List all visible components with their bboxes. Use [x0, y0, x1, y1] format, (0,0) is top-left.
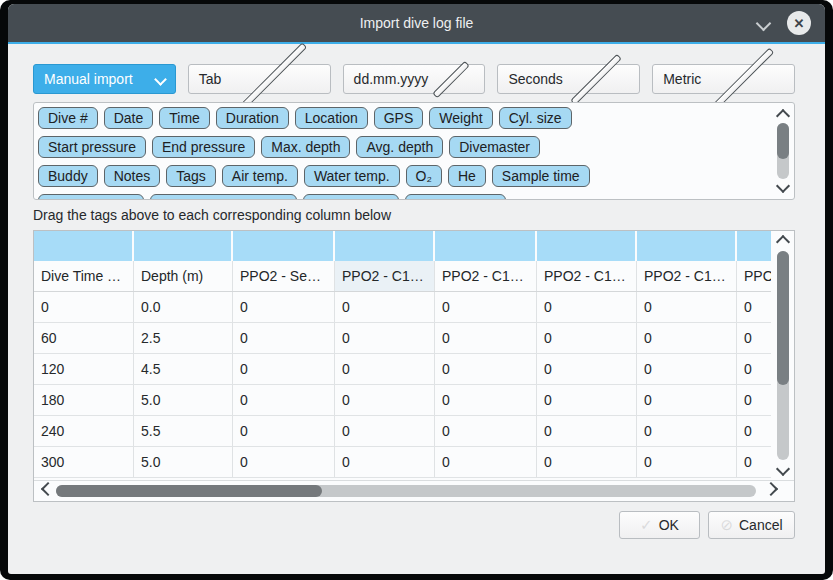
tag[interactable]: He — [448, 165, 486, 187]
column-header-row: Dive Time …Depth (m)PPO2 - Se…PPO2 - C1…… — [34, 261, 771, 292]
scrollbar-thumb[interactable] — [777, 123, 789, 159]
table-cell: 0 — [335, 354, 435, 384]
column-header[interactable]: PPO2 — [737, 261, 771, 291]
tag[interactable]: Dive # — [38, 107, 98, 129]
table-cell: 120 — [34, 354, 134, 384]
tag[interactable]: GPS — [374, 107, 424, 129]
tag[interactable]: Sample time — [492, 165, 590, 187]
tag[interactable]: Time — [159, 107, 210, 129]
tag[interactable]: Sample CNS — [405, 194, 506, 200]
table-cell: 0 — [233, 292, 335, 322]
column-drop-target[interactable] — [537, 231, 637, 261]
units-select[interactable]: Metric — [652, 64, 795, 94]
scrollbar-track[interactable] — [777, 123, 789, 179]
titlebar-actions: ✕ — [758, 4, 811, 42]
table-row: 602.5000000 — [34, 323, 771, 354]
scrollbar-track[interactable] — [56, 485, 756, 497]
column-drop-target[interactable] — [435, 231, 537, 261]
column-header[interactable]: PPO2 - C1… — [537, 261, 637, 291]
tag[interactable]: Cyl. size — [499, 107, 572, 129]
column-drop-target[interactable] — [134, 231, 233, 261]
scrollbar-track[interactable] — [777, 251, 789, 460]
field-separator-select[interactable]: Tab — [188, 64, 331, 94]
scroll-right-icon[interactable] — [764, 482, 778, 496]
tag[interactable]: Location — [295, 107, 368, 129]
tag[interactable]: O₂ — [406, 165, 442, 187]
scroll-left-icon[interactable] — [41, 482, 55, 496]
date-format-select[interactable]: dd.mm.yyyy — [343, 64, 486, 94]
table-vertical-scrollbar[interactable] — [772, 231, 794, 480]
scrollbar-thumb[interactable] — [777, 251, 789, 385]
tag[interactable]: Divemaster — [449, 136, 540, 158]
duration-format-select[interactable]: Seconds — [497, 64, 640, 94]
tag[interactable]: End pressure — [152, 136, 255, 158]
table-cell: 0 — [537, 447, 637, 477]
column-drop-target[interactable] — [34, 231, 134, 261]
column-drop-target[interactable] — [737, 231, 771, 261]
table-cell: 60 — [34, 323, 134, 353]
table-cell: 2.5 — [134, 323, 233, 353]
table-cell: 0 — [34, 292, 134, 322]
import-type-select[interactable]: Manual import — [33, 64, 176, 94]
column-header[interactable]: PPO2 - C1… — [637, 261, 737, 291]
table-cell: 0 — [335, 385, 435, 415]
tag[interactable]: Notes — [104, 165, 161, 187]
tag[interactable]: Air temp. — [222, 165, 298, 187]
cancel-button-label: Cancel — [739, 517, 783, 533]
scroll-up-icon[interactable] — [776, 109, 790, 123]
column-drop-target[interactable] — [637, 231, 737, 261]
tag-list-scrollbar[interactable] — [774, 105, 792, 197]
tag[interactable]: Start pressure — [38, 136, 146, 158]
dialog-buttons: ✓ OK ⊘ Cancel — [33, 511, 795, 539]
tag[interactable]: Water temp. — [304, 165, 400, 187]
scroll-up-icon[interactable] — [776, 235, 790, 249]
cancel-button[interactable]: ⊘ Cancel — [708, 511, 795, 539]
tag[interactable]: Duration — [216, 107, 289, 129]
tag[interactable]: Buddy — [38, 165, 98, 187]
column-drop-target[interactable] — [335, 231, 435, 261]
cancel-icon: ⊘ — [720, 516, 733, 534]
tag[interactable]: Weight — [429, 107, 492, 129]
tag[interactable]: Avg. depth — [356, 136, 443, 158]
column-header[interactable]: Depth (m) — [134, 261, 233, 291]
table-cell: 0 — [637, 385, 737, 415]
table-cell: 0 — [435, 292, 537, 322]
close-button[interactable]: ✕ — [787, 11, 811, 35]
table-cell: 0 — [335, 323, 435, 353]
tag[interactable]: Sample pO₂ — [303, 194, 398, 200]
tag[interactable]: Tags — [166, 165, 216, 187]
chevron-down-icon — [154, 73, 167, 86]
table-cell: 4.5 — [134, 354, 233, 384]
scrollbar-thumb[interactable] — [56, 485, 322, 497]
shade-window-icon[interactable] — [756, 15, 772, 31]
table-cell: 0 — [737, 416, 771, 446]
column-header[interactable]: PPO2 - C1… — [435, 261, 537, 291]
tag[interactable]: Sample depth — [38, 194, 144, 200]
table-horizontal-scrollbar[interactable] — [34, 480, 794, 501]
table-cell: 0 — [737, 354, 771, 384]
table-cell: 0 — [537, 354, 637, 384]
tag[interactable]: Sample temperature — [150, 194, 297, 200]
table-cell: 0 — [233, 323, 335, 353]
dialog-content: Manual import Tab dd.mm.yyyy Seconds Met… — [8, 44, 825, 574]
window-frame: Import dive log file ✕ Manual import Tab — [0, 0, 833, 580]
column-header[interactable]: PPO2 - Se… — [233, 261, 335, 291]
column-header[interactable]: Dive Time … — [34, 261, 134, 291]
scroll-down-icon[interactable] — [776, 462, 790, 476]
import-preview-table: Dive Time …Depth (m)PPO2 - Se…PPO2 - C1…… — [33, 230, 795, 502]
tag-row: BuddyNotesTagsAir temp.Water temp.O₂HeSa… — [38, 165, 766, 187]
table-cell: 0 — [435, 385, 537, 415]
tag[interactable]: Max. depth — [261, 136, 350, 158]
column-drop-row — [34, 231, 771, 261]
column-drop-target[interactable] — [233, 231, 335, 261]
titlebar[interactable]: Import dive log file ✕ — [8, 4, 825, 42]
table-cell: 0 — [537, 416, 637, 446]
scroll-down-icon[interactable] — [776, 179, 790, 193]
drag-instruction-label: Drag the tags above to each correspondin… — [33, 207, 795, 225]
tag-row: Sample depthSample temperatureSample pO₂… — [38, 194, 766, 200]
tag-list-rows: Dive #DateTimeDurationLocationGPSWeightC… — [38, 107, 766, 200]
ok-button[interactable]: ✓ OK — [619, 511, 700, 539]
column-header[interactable]: PPO2 - C1… — [335, 261, 435, 291]
tag[interactable]: Date — [104, 107, 154, 129]
table-row: 1805.0000000 — [34, 385, 771, 416]
